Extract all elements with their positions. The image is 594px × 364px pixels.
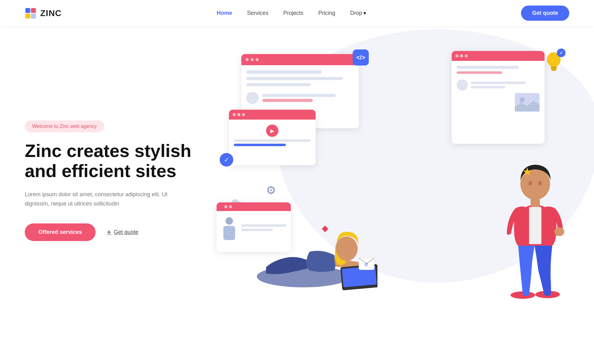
logo[interactable]: ZINC — [25, 7, 62, 19]
hero-illustration: ▶ — [210, 48, 569, 301]
svg-rect-2 — [25, 14, 30, 19]
svg-rect-0 — [25, 8, 30, 13]
gear-icon: ⚙ — [266, 184, 276, 197]
diamond-icon: ◆ — [322, 223, 329, 233]
browser-bar-secondary — [452, 51, 544, 61]
svg-rect-1 — [31, 8, 36, 13]
male-character — [501, 147, 569, 301]
lightbulb-icon: ✓ — [544, 51, 563, 77]
nav-item-drop[interactable]: Drop ▾ — [350, 10, 366, 16]
hero-title: Zinc creates stylish and efficient sites — [25, 141, 210, 181]
nav-menu: Home Services Projects Pricing Drop ▾ — [217, 10, 366, 16]
check-circle-icon: ✓ — [220, 153, 233, 167]
svg-rect-27 — [529, 207, 541, 244]
browser-bar-main — [241, 54, 359, 65]
hero-content: Welcome to Zinc web agency Zinc creates … — [25, 108, 210, 241]
nav-item-projects[interactable]: Projects — [283, 10, 303, 16]
paper-plane-icon: ✈ — [107, 229, 111, 236]
code-icon: </> — [353, 49, 369, 66]
nav-item-services[interactable]: Services — [247, 10, 269, 16]
image-placeholder — [515, 93, 540, 112]
svg-rect-12 — [223, 226, 235, 240]
svg-rect-15 — [551, 69, 556, 71]
hero-description: Lorem ipsum dolor sit amet, consectetur … — [25, 190, 173, 209]
nav-item-home[interactable]: Home — [217, 10, 232, 16]
svg-rect-32 — [531, 198, 540, 207]
video-browser-bar — [229, 110, 316, 120]
svg-point-31 — [538, 181, 542, 185]
star-icon: ★ — [522, 165, 532, 178]
svg-text:@: @ — [364, 262, 368, 267]
female-character: @ — [248, 184, 377, 301]
svg-point-11 — [226, 217, 233, 225]
logo-icon — [25, 7, 37, 19]
svg-point-30 — [528, 181, 532, 185]
get-quote-link[interactable]: ✈ Get quote — [107, 229, 138, 236]
svg-rect-14 — [551, 66, 557, 69]
svg-point-10 — [520, 97, 525, 102]
play-icon: ▶ — [266, 125, 278, 137]
nav-item-pricing[interactable]: Pricing — [318, 10, 335, 16]
hero-section: Welcome to Zinc web agency Zinc creates … — [0, 26, 594, 304]
browser-card-secondary — [452, 51, 544, 144]
hero-actions: Offered services ✈ Get quote — [25, 223, 210, 241]
svg-point-28 — [554, 227, 564, 236]
nav-get-quote-button[interactable]: Get quote — [521, 6, 569, 21]
welcome-badge: Welcome to Zinc web agency — [25, 121, 104, 132]
brand-name: ZINC — [40, 8, 62, 18]
svg-rect-3 — [31, 14, 36, 19]
chevron-down-icon: ▾ — [364, 10, 366, 16]
offered-services-button[interactable]: Offered services — [25, 223, 96, 241]
nav-cta-area: Get quote — [521, 6, 569, 21]
video-card: ▶ — [229, 110, 316, 165]
navbar: ZINC Home Services Projects Pricing Drop… — [0, 0, 594, 26]
